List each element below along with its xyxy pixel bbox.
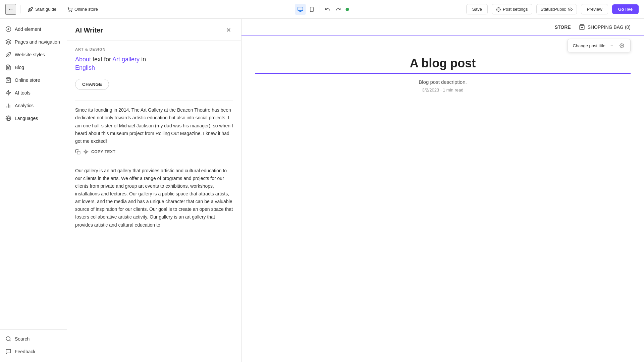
rocket-icon (28, 7, 33, 12)
sidebar-item-feedback[interactable]: Feedback (0, 345, 67, 358)
svg-rect-20 (77, 151, 80, 154)
panel-title: AI Writer (75, 26, 103, 34)
svg-rect-3 (310, 7, 313, 11)
svg-marker-12 (6, 90, 11, 96)
desc-about: About (75, 56, 91, 63)
desc-english: English (75, 64, 95, 71)
sparkle-icon (5, 90, 11, 96)
brush-icon (5, 52, 11, 58)
change-post-title-tooltip: Change post title − (568, 39, 631, 52)
eye-icon (568, 7, 573, 12)
shopping-bag-button[interactable]: SHOPPING BAG (0) (579, 24, 631, 30)
sidebar-label-add-element: Add element (15, 26, 41, 32)
desc-text-for: text for (93, 56, 112, 63)
back-button[interactable]: ← (5, 4, 16, 15)
svg-point-18 (6, 337, 10, 341)
shopping-bag-label: SHOPPING BAG (0) (588, 24, 631, 30)
shopping-bag-icon (5, 77, 11, 83)
layers-icon (5, 39, 11, 45)
search-icon (5, 336, 11, 342)
sidebar-label-languages: Languages (15, 116, 38, 121)
blog-post-meta: 3/2/2023 · 1 min read (255, 87, 631, 93)
canvas-frame: STORE SHOPPING BAG (0) A blog post Blog … (241, 19, 644, 362)
topbar-center (295, 4, 349, 15)
settings-icon (496, 7, 501, 12)
panel-divider-2 (75, 160, 233, 160)
tooltip-minus-button[interactable]: − (608, 42, 615, 49)
undo-redo-group (323, 5, 343, 14)
sidebar-label-feedback: Feedback (15, 349, 35, 354)
redo-icon (336, 7, 341, 12)
sidebar-item-website-styles[interactable]: Website styles (0, 48, 67, 61)
mobile-icon (309, 7, 315, 12)
blog-post-description: Blog post description. (255, 79, 631, 85)
svg-point-22 (621, 45, 623, 46)
online-store-button[interactable]: Online store (64, 5, 101, 14)
cart-icon (67, 7, 72, 12)
desc-in: in (141, 56, 146, 63)
svg-point-0 (69, 11, 69, 11)
start-guide-button[interactable]: Start guide (24, 5, 60, 14)
sidebar-label-website-styles: Website styles (15, 52, 45, 57)
sidebar-label-pages-nav: Pages and navigation (15, 39, 60, 45)
svg-line-8 (6, 54, 9, 57)
magic-icon (83, 149, 89, 155)
svg-marker-7 (6, 40, 11, 42)
sidebar-label-blog: Blog (15, 65, 24, 70)
sidebar-spacer (0, 125, 67, 329)
tooltip-settings-button[interactable] (618, 42, 626, 49)
sidebar-item-pages-nav[interactable]: Pages and navigation (0, 36, 67, 48)
status-button[interactable]: Status:Public (536, 4, 577, 14)
bag-icon (579, 24, 585, 30)
panel-header: AI Writer ✕ (67, 19, 241, 41)
redo-button[interactable] (334, 5, 343, 14)
topbar-right: Save Post settings Status:Public Preview… (466, 4, 639, 14)
sidebar-item-analytics[interactable]: Analytics (0, 99, 67, 112)
save-button[interactable]: Save (466, 4, 488, 14)
ai-writer-panel: AI Writer ✕ ART & DESIGN About text for … (67, 19, 241, 362)
panel-body: ART & DESIGN About text for Art gallery … (67, 41, 241, 236)
status-dot (346, 8, 349, 11)
plus-circle-icon (5, 26, 11, 32)
preview-button[interactable]: Preview (581, 4, 608, 14)
svg-point-1 (71, 11, 72, 11)
change-post-title-label: Change post title (573, 43, 605, 48)
blog-post-title-wrapper: A blog post (255, 56, 631, 74)
change-button[interactable]: CHANGE (75, 79, 109, 90)
start-guide-label: Start guide (35, 7, 56, 12)
mobile-view-button[interactable] (307, 4, 317, 15)
main-layout: Add element Pages and navigation Website… (0, 19, 644, 362)
panel-tag: ART & DESIGN (75, 47, 233, 51)
status-label: Status:Public (541, 7, 566, 12)
topbar: ← Start guide Online store (0, 0, 644, 19)
svg-rect-2 (298, 7, 303, 11)
sidebar-item-ai-tools[interactable]: AI tools (0, 86, 67, 99)
sidebar-label-analytics: Analytics (15, 103, 34, 108)
store-link[interactable]: STORE (555, 24, 571, 30)
undo-button[interactable] (323, 5, 332, 14)
panel-divider-1 (75, 101, 233, 101)
sidebar-item-blog[interactable]: Blog (0, 61, 67, 74)
go-live-button[interactable]: Go live (612, 4, 639, 14)
divider2 (320, 5, 320, 13)
file-text-icon (5, 64, 11, 70)
sidebar-item-search[interactable]: Search (0, 333, 67, 345)
canvas-area: STORE SHOPPING BAG (0) A blog post Blog … (241, 19, 644, 362)
copy-text-bar[interactable]: COPY TEXT (75, 145, 233, 159)
copy-text-label: COPY TEXT (91, 149, 115, 154)
panel-text-block-1: Since its founding in 2014, The Art Gall… (75, 106, 233, 145)
sidebar-label-online-store: Online store (15, 77, 40, 83)
panel-text-block-2: Our gallery is an art gallery that provi… (75, 167, 233, 229)
panel-description: About text for Art gallery in English (75, 55, 233, 72)
panel-close-button[interactable]: ✕ (224, 25, 233, 35)
device-buttons (295, 4, 317, 15)
desktop-view-button[interactable] (295, 4, 306, 15)
desktop-icon (298, 6, 304, 12)
bar-chart-icon (5, 103, 11, 109)
sidebar-item-add-element[interactable]: Add element (0, 23, 67, 36)
svg-point-4 (498, 9, 499, 10)
canvas-topbar: STORE SHOPPING BAG (0) (241, 19, 644, 36)
post-settings-button[interactable]: Post settings (492, 4, 532, 14)
sidebar-item-online-store[interactable]: Online store (0, 74, 67, 86)
sidebar-item-languages[interactable]: Languages (0, 112, 67, 125)
